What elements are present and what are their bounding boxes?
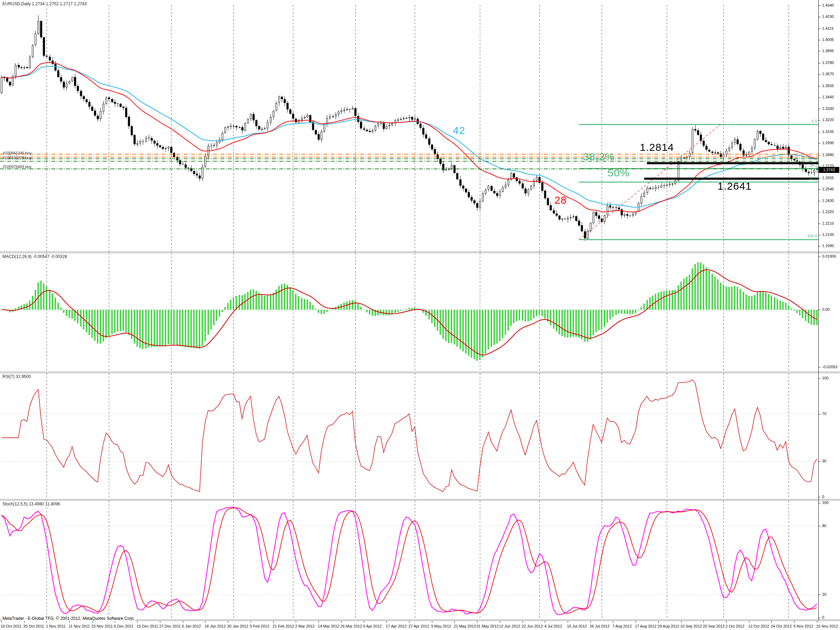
date-tick-label: 26 Mar 2012 [341,624,362,628]
price-tick-label: 1.2655 [822,176,834,180]
date-tick-label: 6 Jan 2012 [182,624,201,628]
date-tick-label: 21 Feb 2012 [273,624,294,628]
symbol-title: EURUSD,Daily 1.2734 1.2752 1.2717 1.2743 [2,2,87,6]
price-tick-label: 1.2770 [822,164,834,168]
price-tick-label: 1.1990 [822,243,834,248]
rsi-scale-label: 30 [822,459,826,463]
macd-scale-label: 0.00 [822,307,829,311]
date-tick-label: 26 Jul 2012 [590,624,610,628]
chart-canvas[interactable] [0,0,840,630]
order-label-3: #100976403 buy [3,164,32,169]
resistance-price-annotation: 1.2814 [640,145,674,150]
date-tick-label: 5 Dec 2011 [114,624,133,628]
fib-level-label-38: 38.2 [810,163,817,167]
price-tick-label: 1.3330 [822,106,834,111]
date-tick-label: 30 Jan 2012 [227,624,248,628]
date-tick-label: 5 Apr 2012 [363,624,382,628]
date-tick-label: 4 Jul 2012 [544,624,562,628]
price-tick-label: 1.4115 [822,26,834,30]
date-tick-label: 9 May 2012 [431,624,451,628]
rsi-scale-label: 70 [822,412,826,416]
date-tick-label: 31 May 2012 [476,624,499,628]
fib-level-label-50: 50.0 [810,177,817,181]
date-tick-label: 27 Dec 2011 [159,624,181,628]
date-tick-label: 1 Nov 2011 [46,624,65,628]
date-tick-label: 12 Oct 2012 [748,624,769,628]
price-tick-label: 1.3445 [822,95,834,99]
stoch-scale-label: 20 [822,592,826,597]
price-tick-label: 1.3220 [822,118,834,122]
fib-level-label-0: 0.0 [812,119,817,123]
stoch-scale-label: 80 [822,524,826,528]
rsi-scale-label: 100 [822,376,829,380]
date-tick-label: 10 Sep 2012 [681,624,702,628]
order-label-2: #100831329 buy [3,155,32,160]
date-tick-label: 29 Aug 2012 [658,624,679,628]
date-tick-label: 11 Nov 2011 [69,624,90,628]
ma42-annotation: 42 [453,128,465,133]
date-tick-label: 5 Nov 2012 [793,624,813,628]
date-tick-label: 17 Aug 2012 [635,624,657,628]
price-tick-label: 1.4340 [822,3,834,7]
date-tick-label: 16 Jul 2012 [567,624,587,628]
price-tick-label: 1.2880 [822,153,834,157]
date-tick-label: 15 Dec 2011 [136,624,158,628]
macd-scale-label: 0.01906 [822,254,836,258]
date-tick-label: 20 Oct 2011 [24,624,44,628]
date-tick-label: 24 Oct 2012 [771,624,792,628]
stoch-scale-label: 0 [822,615,824,619]
date-tick-label: 27 Apr 2012 [409,624,429,628]
price-tick-label: 1.3105 [822,129,834,134]
date-tick-label: 18 Jan 2012 [204,624,226,628]
platform-credit: MetaTrader - E-Global TFG, © 2001-2012, … [2,616,136,621]
date-tick-label: 22 Jun 2012 [522,624,543,628]
date-tick-label: 15 Nov 2012 [816,624,838,628]
macd-panel-label: MACD(12,26,9) -0.00547 -0.00328 [2,254,68,259]
ma28-annotation: 28 [554,198,567,203]
date-tick-label: 21 May 2012 [453,624,476,628]
rsi-scale-label: 0 [822,494,824,499]
stoch-panel-label: Stoch(12,5,5) 13.4980 11.8096 [2,502,61,507]
rsi-panel-label: RSI(7) 32.9500 [2,374,32,379]
macd-scale-label: -0.02053 [822,365,837,369]
date-tick-label: 9 Feb 2012 [250,624,270,628]
order-label-1: #100841346 buy [3,150,32,155]
price-tick-label: 1.2320 [822,210,834,214]
price-tick-label: 1.3780 [822,60,834,65]
date-tick-label: 20 Sep 2012 [703,624,725,628]
date-tick-label: 2 Oct 2012 [726,624,744,628]
price-tick-label: 1.2995 [822,141,834,145]
date-tick-label: 17 Apr 2012 [386,624,406,628]
date-tick-label: 10 Oct 2011 [1,624,21,628]
price-tick-label: 1.2430 [822,199,834,203]
stoch-scale-label: 100 [822,501,829,505]
mt4-chart-window: EURUSD,Daily 1.2734 1.2752 1.2717 1.2743… [0,0,840,630]
date-tick-label: 23 Nov 2011 [92,624,113,628]
fib-382-annotation: 38.2% [583,154,614,159]
price-tick-label: 1.2210 [822,221,834,226]
date-tick-label: 2 Mar 2012 [295,624,315,628]
price-tick-label: 1.4230 [822,14,834,19]
price-tick-label: 1.3555 [822,84,834,88]
price-tick-label: 1.3670 [822,72,834,76]
price-tick-label: 1.3895 [822,49,834,53]
date-tick-label: 14 Mar 2012 [318,624,339,628]
price-tick-label: 1.4005 [822,38,834,42]
support-price-annotation: 1.2641 [717,184,752,189]
date-tick-label: 7 Aug 2012 [612,624,632,628]
fib-level-label-100: 100.0 [807,234,817,238]
price-tick-label: 1.2100 [822,232,834,237]
fib-50-annotation: 50% [608,171,630,175]
price-tick-label: 1.2545 [822,187,834,191]
date-tick-label: 12 Jun 2012 [499,624,521,628]
